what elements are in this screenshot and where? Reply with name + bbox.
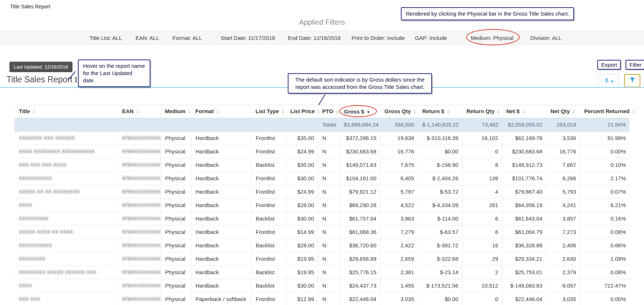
cell-gross: $79,921.12 [340, 185, 380, 198]
column-header-list-price[interactable]: List Price [286, 105, 318, 118]
cell-net_qty: 4,241 [546, 198, 580, 212]
cell-list_type: Frontlist [251, 225, 286, 239]
cell-list_price: $35.00 [286, 131, 318, 145]
cell-gross: $230,683.68 [340, 145, 380, 158]
cell-return: $-158.90 [418, 158, 462, 172]
cell-return: $-2,404.26 [418, 172, 462, 185]
cell-gross_qty: 6,405 [380, 172, 418, 185]
column-header-list-type[interactable]: List Type [251, 105, 286, 118]
cell-title: XXXXXXX XXX XXXXXX [14, 131, 118, 145]
table-row: XXXX978XXXXXXXXXPhysicalHardbackFrontlis… [14, 198, 630, 212]
cell-net_qty: 3,536 [546, 131, 580, 145]
table-row: XXXXX XX XX XXXXXXXX978XXXXXXXXXPhysical… [14, 185, 630, 198]
cell-return_qty: 16 [462, 239, 502, 252]
cell-net_qty: 2,406 [546, 239, 580, 252]
sort-arrows-icon [282, 109, 284, 115]
column-header-pto[interactable]: PTO [318, 105, 340, 118]
cell-net: $25,753.01 [502, 265, 546, 279]
cell-percent: 722.47% [580, 279, 630, 292]
column-header-return-qty[interactable]: Return Qty [462, 105, 502, 118]
column-header-percent-returned[interactable]: Percent Returned [580, 105, 630, 118]
annotation-sort-pointer [318, 94, 325, 105]
cell-net: $230,683.68 [502, 145, 546, 158]
column-header-net-qty[interactable]: Net Qty [546, 105, 580, 118]
cell-list_type: Backlist [251, 158, 286, 172]
cell-percent: 0.08% [580, 265, 630, 279]
column-header-title[interactable]: Title [14, 105, 118, 118]
cell-return_qty: 16,102 [462, 131, 502, 145]
annotation-export-label: Export [597, 60, 621, 70]
cell-list_price: $30.00 [286, 172, 318, 185]
column-header-medium[interactable]: Medium [161, 105, 191, 118]
cell-net_qty: 16,776 [546, 145, 580, 158]
table-row: XXXXXXXXXX978XXXXXXXXXPhysicalHardbackBa… [14, 239, 630, 252]
cell-net_qty: 2,379 [546, 265, 580, 279]
cell-gross: $25,776.15 [340, 265, 380, 279]
gross-sort-highlight-ellipse [339, 105, 377, 117]
cell-pto: N [318, 172, 340, 185]
cell-title: XXXXXXXXXX [14, 172, 118, 185]
cell-net: $61,004.79 [502, 225, 546, 239]
cell-ean: 978XXXXXXXXX [118, 265, 161, 279]
cell-format: Hardback [191, 145, 251, 158]
cell-list_price: $28.00 [286, 198, 318, 212]
export-download-button[interactable] [598, 74, 619, 87]
cell-list_price: $14.99 [286, 225, 318, 239]
filter-division: Division: ALL [530, 35, 562, 41]
column-header-net[interactable]: Net $ [502, 105, 546, 118]
annotation-hover-note: Hover on the report name for the Last Up… [78, 59, 150, 87]
cell-return_qty: 8 [462, 158, 502, 172]
column-header-format[interactable]: Format [191, 105, 251, 118]
cell-return_qty: 0 [462, 145, 502, 158]
cell-percent: 0.00% [580, 292, 630, 305]
totals-return: $-1,140,629.22 [418, 118, 462, 131]
cell-return: $-114.00 [418, 212, 462, 225]
annotation-sort-note: The default sort indicator is by Gross d… [288, 73, 432, 94]
cell-return: $-4,334.09 [418, 198, 462, 212]
text-cursor-icon [75, 76, 78, 84]
cell-ean: 978XXXXXXXXX [118, 172, 161, 185]
cell-return: $-310,116.39 [418, 131, 462, 145]
cell-format: Hardback [191, 131, 251, 145]
cell-format: Hardback [191, 212, 251, 225]
column-header-gross-qty[interactable]: Gross Qty [380, 105, 418, 118]
column-header-return[interactable]: Return $ [418, 105, 462, 118]
cell-net_qty: 5,793 [546, 185, 580, 198]
table-row: XXXXXXXX978XXXXXXXXXPhysicalHardbackFron… [14, 252, 630, 265]
cell-return_qty: 6 [462, 225, 502, 239]
cell-format: Paperback / softback [191, 292, 251, 305]
cell-medium: Physical [161, 252, 191, 265]
cell-gross_qty: 4,522 [380, 198, 418, 212]
last-updated-tooltip: Last Updated: 12/16/2018 [9, 62, 72, 72]
cell-title: XXXX [14, 198, 118, 212]
table-header-row: Title EAN Medium Format List Type List P… [14, 105, 630, 118]
cell-medium: Physical [161, 212, 191, 225]
cell-medium: Physical [161, 292, 191, 305]
cell-return: $0.00 [418, 145, 462, 158]
cell-title: XXXX [14, 279, 118, 292]
sort-arrows-icon [414, 109, 416, 115]
cell-gross: $61,068.36 [340, 225, 380, 239]
cell-ean: 978XXXXXXXXX [118, 252, 161, 265]
cell-format: Hardback [191, 265, 251, 279]
cell-title: XXXXXXXX [14, 252, 118, 265]
cell-return: $-53.72 [418, 185, 462, 198]
cell-list_type: Backlist [251, 279, 286, 292]
cell-gross_qty: 3,035 [380, 292, 418, 305]
cell-gross_qty: 3,863 [380, 212, 418, 225]
cell-gross: $29,656.89 [340, 252, 380, 265]
table-row: XXXX XXXXXXXX XXXXXXXXXX978XXXXXXXXXPhys… [14, 145, 630, 158]
cell-percent: 0.00% [580, 145, 630, 158]
cell-net_qty: 3,035 [546, 292, 580, 305]
filter-button[interactable] [624, 74, 640, 87]
cell-net: $36,328.88 [502, 239, 546, 252]
cell-medium: Physical [161, 158, 191, 172]
cell-pto: N [318, 239, 340, 252]
totals-percent: 21.84% [580, 118, 630, 131]
cell-return_qty: 29 [462, 252, 502, 265]
cell-format: Hardback [191, 239, 251, 252]
cell-list_type: Backlist [251, 212, 286, 225]
totals-net-qty: 263,018 [546, 118, 580, 131]
annotation-filter-label: Filter [626, 60, 644, 70]
column-header-ean[interactable]: EAN [118, 105, 161, 118]
